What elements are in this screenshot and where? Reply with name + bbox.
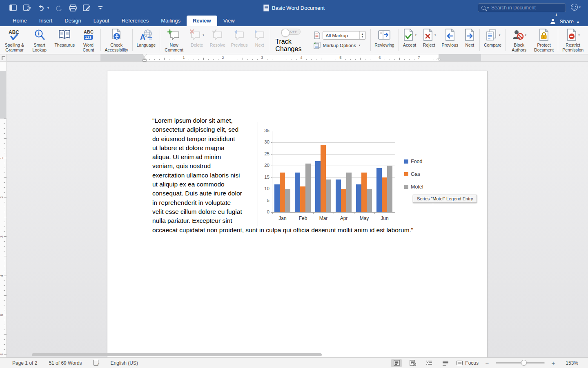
edit-document-icon[interactable] xyxy=(82,4,91,12)
first-line-indent-marker[interactable] xyxy=(143,54,147,57)
tab-mailings[interactable]: Mailings xyxy=(155,16,187,26)
undo-dropdown-icon[interactable]: ▾ xyxy=(47,6,49,10)
embedded-bar-chart[interactable]: FoodGasMotel 05101520253035JanFebMarAprM… xyxy=(258,122,433,226)
block-authors-button[interactable]: ▾ Block Authors xyxy=(507,26,531,54)
document-text-block[interactable]: "Lorem ipsum dolor sit amet,consectetur … xyxy=(152,117,263,227)
thesaurus-button[interactable]: Thesaurus xyxy=(51,26,78,54)
bar-food-mar[interactable] xyxy=(315,161,321,212)
markup-options-button[interactable]: Markup Options ▾ xyxy=(314,42,366,49)
bar-motel-apr[interactable] xyxy=(346,173,352,212)
zoom-slider-thumb[interactable] xyxy=(521,360,527,366)
save-icon[interactable] xyxy=(23,4,31,12)
proofing-status-icon[interactable] xyxy=(88,360,105,366)
block-authors-dropdown-icon[interactable]: ▾ xyxy=(525,34,527,37)
zoom-out-button[interactable]: − xyxy=(484,359,490,366)
track-changes-toggle[interactable]: OFF xyxy=(281,29,301,35)
chart-legend[interactable]: FoodGasMotel xyxy=(404,155,423,193)
spelling-grammar-button[interactable]: ABC Spelling & Grammar xyxy=(2,26,27,54)
customize-toolbar-icon[interactable] xyxy=(96,4,105,12)
search-input[interactable] xyxy=(491,5,557,11)
document-text-line[interactable]: nulla pariatur. Excepteur sint xyxy=(152,217,263,226)
zoom-slider[interactable] xyxy=(496,362,545,364)
restrict-permission-button[interactable]: ▾ Restrict Permission xyxy=(559,26,586,54)
document-text-line[interactable]: veniam, quis nostrud xyxy=(152,162,263,171)
collapse-ribbon-icon[interactable]: ▲ xyxy=(576,20,580,24)
compare-dropdown-icon[interactable]: ▾ xyxy=(499,34,501,37)
smart-lookup-button[interactable]: Smart Lookup xyxy=(27,26,52,54)
next-change-button[interactable]: Next xyxy=(461,26,478,54)
tab-review[interactable]: Review xyxy=(187,16,217,26)
bar-gas-mar[interactable] xyxy=(321,145,326,212)
reject-dropdown-icon[interactable]: ▾ xyxy=(434,34,436,37)
sidebar-toggle-icon[interactable] xyxy=(9,4,17,12)
web-layout-view-button[interactable] xyxy=(408,359,418,367)
zoom-in-button[interactable]: + xyxy=(550,359,556,366)
check-accessibility-button[interactable]: Check Accessibility xyxy=(102,26,131,54)
document-text-line[interactable]: aliqua. Ut enimad minim xyxy=(152,153,263,162)
share-button[interactable]: + Share ▲ xyxy=(550,18,588,26)
print-layout-view-button[interactable] xyxy=(391,359,402,367)
reject-change-button[interactable]: ▾ Reject xyxy=(419,26,439,54)
search-scope-caret-icon[interactable]: ▾ xyxy=(487,6,489,10)
previous-change-button[interactable]: Previous xyxy=(439,26,461,54)
accept-dropdown-icon[interactable]: ▾ xyxy=(415,34,416,37)
language-button[interactable]: A Language xyxy=(134,26,158,54)
horizontal-ruler[interactable]: 1234567 xyxy=(7,54,588,62)
reviewing-pane-button[interactable]: Reviewing xyxy=(372,26,397,54)
tab-layout[interactable]: Layout xyxy=(87,16,116,26)
document-text-line[interactable]: do eiusmod tempor incididunt xyxy=(152,135,263,144)
feedback-button[interactable]: ▾ xyxy=(571,4,581,11)
bar-gas-jun[interactable] xyxy=(382,177,387,212)
document-text-line[interactable]: in reprehenderit in voluptate xyxy=(152,199,263,208)
restrict-permission-dropdown-icon[interactable]: ▾ xyxy=(578,34,580,37)
tab-view[interactable]: View xyxy=(217,16,241,26)
bar-food-may[interactable] xyxy=(356,184,361,212)
document-text-line[interactable]: consequat. Duis aute irure dolor xyxy=(152,190,263,199)
markup-view-select[interactable]: All Markup ▲▼ xyxy=(323,31,366,40)
search-box[interactable]: ▾ xyxy=(478,3,566,12)
document-text-line[interactable]: "Lorem ipsum dolor sit amet, xyxy=(152,117,263,126)
undo-icon[interactable] xyxy=(37,4,45,12)
legend-entry-food[interactable]: Food xyxy=(404,155,423,168)
draft-view-button[interactable] xyxy=(440,359,451,367)
legend-entry-motel[interactable]: Motel xyxy=(404,180,423,193)
document-text-line[interactable]: ut labore et dolore magna xyxy=(152,144,263,153)
bar-food-jun[interactable] xyxy=(376,168,382,212)
compare-button[interactable]: ▾ Compare xyxy=(481,26,504,54)
document-page[interactable]: "Lorem ipsum dolor sit amet,consectetur … xyxy=(107,71,488,357)
document-text-line[interactable]: occaecat cupidatat non proident, sunt in… xyxy=(152,227,479,234)
bar-food-feb[interactable] xyxy=(295,173,300,212)
zoom-level[interactable]: 153% xyxy=(562,360,578,366)
tab-design[interactable]: Design xyxy=(58,16,87,26)
bar-gas-apr[interactable] xyxy=(341,189,346,212)
tab-stop-selector[interactable] xyxy=(0,54,7,62)
document-text-line[interactable]: ut aliquip ex ea commodo xyxy=(152,181,263,190)
bar-food-apr[interactable] xyxy=(336,180,341,212)
tab-home[interactable]: Home xyxy=(7,16,33,26)
bar-motel-feb[interactable] xyxy=(305,164,311,212)
page-number-status[interactable]: Page 1 of 2 xyxy=(0,360,43,366)
document-text-line[interactable]: velit esse cillum dolore eu fugiat xyxy=(152,208,263,217)
tab-insert[interactable]: Insert xyxy=(33,16,59,26)
bar-gas-may[interactable] xyxy=(361,173,367,212)
focus-mode-button[interactable]: Focus xyxy=(457,360,479,366)
legend-entry-gas[interactable]: Gas xyxy=(404,168,423,180)
protect-document-button[interactable]: Protect Document xyxy=(531,26,557,54)
bar-motel-may[interactable] xyxy=(367,189,372,212)
horizontal-scrollbar-thumb[interactable] xyxy=(32,353,322,356)
new-comment-button[interactable]: New Comment xyxy=(161,26,187,54)
select-stepper-icon[interactable]: ▲▼ xyxy=(359,31,365,39)
bar-food-jan[interactable] xyxy=(274,184,280,212)
word-count-button[interactable]: ABC123 Word Count xyxy=(78,26,99,54)
bar-motel-mar[interactable] xyxy=(326,180,331,212)
bar-motel-jun[interactable] xyxy=(387,166,392,212)
bar-motel-jan[interactable] xyxy=(285,189,290,212)
word-count-status[interactable]: 51 of 69 Words xyxy=(43,360,87,366)
bar-gas-feb[interactable] xyxy=(300,186,305,212)
language-status[interactable]: English (US) xyxy=(105,360,144,366)
tab-references[interactable]: References xyxy=(116,16,155,26)
print-icon[interactable] xyxy=(69,4,77,12)
vertical-ruler[interactable]: 123456 xyxy=(0,62,7,357)
accept-change-button[interactable]: ▾ Accept xyxy=(400,26,419,54)
toggle-knob[interactable] xyxy=(281,29,290,37)
